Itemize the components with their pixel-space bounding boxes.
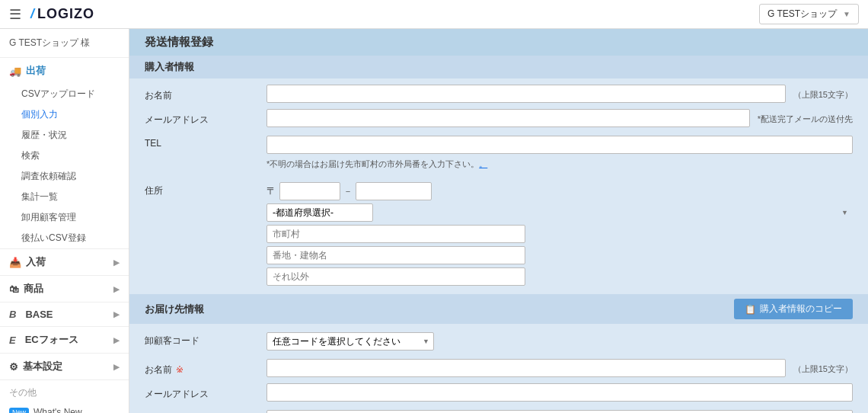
name-field-group: （上限15文字） bbox=[266, 85, 853, 103]
shop-selector[interactable]: G TESTショップ ▼ bbox=[759, 4, 859, 24]
street-input[interactable] bbox=[266, 246, 525, 264]
sidebar-item-wholesale-customers[interactable]: 卸用顧客管理 bbox=[0, 207, 129, 228]
delivery-email-label: メールアドレス bbox=[145, 383, 266, 401]
delivery-name-input-wrapper bbox=[266, 359, 786, 377]
copy-buyer-info-button[interactable]: 📋 購入者情報のコピー bbox=[734, 299, 853, 319]
delivery-tel-field-group: *不明の場合はお届け先市町村の市外局番を入力下さい。。 bbox=[266, 408, 853, 413]
name-input-wrapper bbox=[266, 85, 786, 103]
delivery-section-title: お届け先情報 bbox=[145, 303, 204, 316]
sidebar-item-search[interactable]: 検索 bbox=[0, 146, 129, 166]
prefecture-select[interactable]: -都道府県選択- bbox=[266, 203, 373, 222]
customer-code-select[interactable]: 任意コードを選択してください bbox=[266, 332, 434, 351]
postal-code-2[interactable] bbox=[356, 182, 432, 200]
sidebar-item-whats-new[interactable]: New What's New bbox=[0, 402, 129, 413]
customer-code-label: 卸顧客コード bbox=[145, 330, 266, 347]
sidebar-item-shipment[interactable]: 🚚 出荷 bbox=[0, 58, 129, 84]
sidebar-item-ecforce[interactable]: E ECフォース ▶ bbox=[0, 326, 129, 353]
sidebar-item-settings[interactable]: ⚙ 基本設定 ▶ bbox=[0, 353, 129, 379]
copy-icon: 📋 bbox=[745, 304, 756, 315]
delivery-email-input[interactable] bbox=[266, 383, 853, 402]
address-field-group: 〒 － -都道府県選択- bbox=[266, 180, 853, 288]
name-input[interactable] bbox=[266, 85, 786, 103]
shop-name: G TESTショップ bbox=[767, 8, 837, 21]
ecforce-arrow: ▶ bbox=[113, 336, 120, 344]
email-row: メールアドレス *配送完了メールの送付先 bbox=[129, 106, 868, 130]
name-label: お名前 bbox=[145, 85, 266, 102]
sidebar-item-history[interactable]: 履歴・状況 bbox=[0, 125, 129, 146]
email-input-wrapper bbox=[266, 109, 750, 127]
sidebar: G TESTショップ 様 🚚 出荷 CSVアップロード 個別入力 履歴・状況 検… bbox=[0, 29, 129, 413]
postal-prefix: 〒 bbox=[266, 184, 276, 198]
tel-row: TEL *不明の場合はお届け先市町村の市外局番を入力下さい。。 bbox=[129, 130, 868, 177]
logo: / LOGIZO bbox=[30, 6, 94, 22]
email-label: メールアドレス bbox=[145, 109, 266, 126]
delivery-tel-label: TEL ※ bbox=[145, 408, 266, 413]
delivery-name-label: お名前 ※ bbox=[145, 359, 266, 376]
delivery-email-field-group bbox=[266, 383, 853, 402]
inbound-arrow: ▶ bbox=[113, 258, 120, 267]
customer-code-wrapper: 任意コードを選択してください bbox=[266, 332, 434, 351]
customer-code-row: 卸顧客コード 任意コードを選択してください bbox=[129, 327, 868, 356]
sidebar-item-investigation[interactable]: 調査依頼確認 bbox=[0, 166, 129, 187]
delivery-tel-row: TEL ※ *不明の場合はお届け先市町村の市外局番を入力下さい。。 bbox=[129, 405, 868, 413]
logo-slash: / bbox=[30, 6, 34, 22]
other-input[interactable] bbox=[266, 267, 525, 286]
inbound-icon: 📥 bbox=[9, 257, 21, 268]
whats-new-label: What's New bbox=[34, 407, 82, 413]
ecforce-icon: E bbox=[9, 335, 16, 346]
buyer-section-title: 購入者情報 bbox=[129, 56, 868, 78]
sidebar-item-individual-input[interactable]: 個別入力 bbox=[0, 104, 129, 125]
delivery-name-row: お名前 ※ （上限15文字） bbox=[129, 356, 868, 380]
shop-dropdown-arrow: ▼ bbox=[843, 10, 850, 18]
page-title: 発送情報登録 bbox=[129, 29, 868, 56]
sidebar-item-deferred-csv[interactable]: 後払いCSV登録 bbox=[0, 228, 129, 248]
sidebar-item-products[interactable]: 🛍 商品 ▶ bbox=[0, 275, 129, 302]
shipment-label: 出荷 bbox=[26, 64, 46, 78]
copy-button-label: 購入者情報のコピー bbox=[760, 303, 842, 315]
products-icon: 🛍 bbox=[9, 283, 19, 295]
inbound-label: 入荷 bbox=[26, 255, 46, 269]
base-label: BASE bbox=[25, 309, 53, 320]
address-row: 住所 〒 － -都道府県選択- bbox=[129, 177, 868, 291]
postal-row: 〒 － bbox=[266, 182, 853, 200]
base-arrow: ▶ bbox=[113, 310, 120, 319]
city-input[interactable] bbox=[266, 225, 525, 243]
hamburger-icon[interactable]: ☰ bbox=[9, 6, 21, 23]
delivery-section-header: お届け先情報 📋 購入者情報のコピー bbox=[129, 294, 868, 324]
postal-dash: － bbox=[343, 185, 353, 198]
delivery-name-hint: （上限15文字） bbox=[786, 359, 853, 375]
sidebar-item-csv-upload[interactable]: CSVアップロード bbox=[0, 84, 129, 104]
settings-label: 基本設定 bbox=[23, 360, 62, 373]
tel-label: TEL bbox=[145, 133, 266, 149]
name-hint: （上限15文字） bbox=[786, 85, 853, 101]
ecforce-label: ECフォース bbox=[25, 333, 78, 347]
main-content: 発送情報登録 購入者情報 お名前 （上限15文字） bbox=[129, 29, 868, 413]
products-arrow: ▶ bbox=[113, 285, 120, 293]
sidebar-user: G TESTショップ 様 bbox=[0, 29, 129, 58]
shipment-icon: 🚚 bbox=[9, 66, 21, 77]
sidebar-item-inbound[interactable]: 📥 入荷 ▶ bbox=[0, 248, 129, 275]
name-row: お名前 （上限15文字） bbox=[129, 82, 868, 106]
tel-hint: *不明の場合はお届け先市町村の市外局番を入力下さい。。 bbox=[266, 157, 853, 171]
delivery-tel-input[interactable] bbox=[266, 410, 853, 413]
name-required-mark: ※ bbox=[176, 364, 183, 375]
postal-code-1[interactable] bbox=[279, 182, 340, 200]
tel-field-group: *不明の場合はお届け先市町村の市外局番を入力下さい。。 bbox=[266, 133, 853, 174]
logo-text: LOGIZO bbox=[37, 6, 94, 22]
sidebar-item-summary[interactable]: 集計一覧 bbox=[0, 187, 129, 207]
tel-input[interactable] bbox=[266, 136, 853, 154]
delivery-name-input[interactable] bbox=[266, 359, 786, 377]
sidebar-item-base[interactable]: B BASE ▶ bbox=[0, 302, 129, 326]
email-hint: *配送完了メールの送付先 bbox=[750, 109, 853, 125]
tel-hint-link[interactable]: 。 bbox=[479, 159, 487, 168]
delivery-name-field-group: （上限15文字） bbox=[266, 359, 853, 377]
email-field-group: *配送完了メールの送付先 bbox=[266, 109, 853, 127]
prefecture-wrapper: -都道府県選択- bbox=[266, 203, 853, 222]
address-label: 住所 bbox=[145, 180, 266, 197]
buyer-section: 購入者情報 お名前 （上限15文字） メールア bbox=[129, 56, 868, 294]
delivery-section: お届け先情報 📋 購入者情報のコピー 卸顧客コード 任意コードを選択してく bbox=[129, 294, 868, 413]
email-input[interactable] bbox=[266, 109, 750, 127]
settings-icon: ⚙ bbox=[9, 361, 18, 373]
base-icon: B bbox=[9, 309, 16, 320]
sidebar-other-label: その他 bbox=[0, 379, 129, 402]
